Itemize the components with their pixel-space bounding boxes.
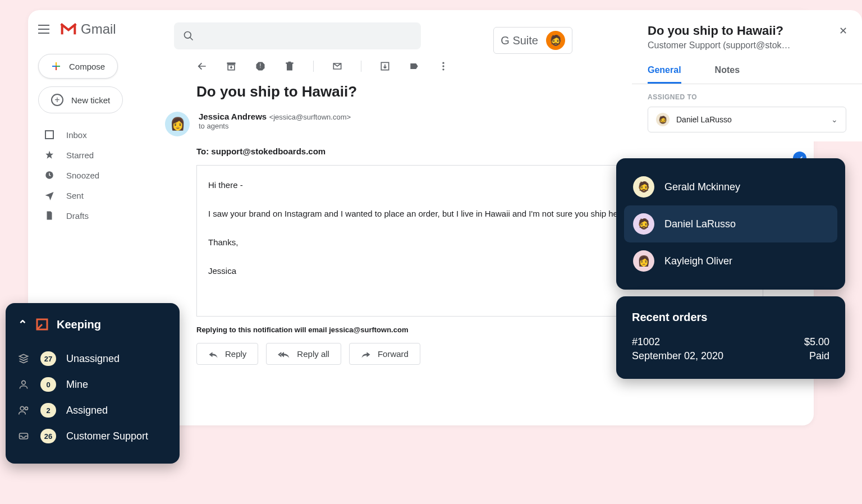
sender-avatar: 👩	[165, 112, 190, 136]
svg-point-15	[442, 68, 444, 70]
count-badge: 27	[40, 351, 56, 366]
assignee-option-selected[interactable]: 🧔 Daniel LaRusso	[624, 205, 837, 242]
order-date: September 02, 2020	[632, 350, 723, 362]
user-icon	[18, 379, 30, 390]
nav-inbox[interactable]: Inbox	[38, 125, 174, 145]
count-badge: 0	[40, 377, 56, 392]
markread-icon[interactable]	[332, 61, 343, 72]
gmail-m-icon	[59, 22, 77, 36]
count-badge: 2	[40, 403, 56, 418]
file-icon	[44, 210, 55, 221]
svg-point-18	[20, 406, 24, 410]
sidebar-label: Unassigned	[66, 353, 120, 365]
to-agents: to agents	[199, 122, 351, 130]
nav-label: Inbox	[66, 130, 87, 140]
orders-title: Recent orders	[632, 311, 829, 324]
user-avatar[interactable]: 🧔	[546, 31, 565, 50]
nav-starred[interactable]: Starred	[38, 145, 174, 165]
back-icon[interactable]	[196, 61, 208, 72]
nav-drafts[interactable]: Drafts	[38, 205, 174, 226]
gmail-logo-text: Gmail	[81, 21, 116, 37]
svg-rect-9	[227, 62, 236, 64]
forward-button[interactable]: Forward	[349, 343, 420, 365]
more-icon[interactable]	[438, 61, 449, 72]
reply-icon	[208, 350, 218, 358]
stack-icon	[18, 353, 30, 364]
plus-icon	[51, 61, 61, 71]
nav-label: Sent	[66, 191, 84, 200]
sidebar-item-customer-support[interactable]: 26 Customer Support	[18, 423, 167, 449]
tab-general[interactable]: General	[648, 65, 681, 84]
recent-orders-card: Recent orders #1002 $5.00 September 02, …	[616, 296, 845, 379]
forward-label: Forward	[378, 349, 409, 359]
nav-label: Snoozed	[66, 171, 99, 180]
svg-line-8	[190, 38, 193, 40]
compose-label: Compose	[69, 62, 105, 71]
inbox-icon	[44, 129, 55, 140]
assignee-name: Gerald Mckinney	[664, 181, 740, 193]
chevron-down-icon: ⌄	[831, 115, 838, 124]
sender-name: Jessica Andrews	[199, 112, 267, 121]
moveto-icon[interactable]	[379, 61, 391, 72]
assignee-option[interactable]: 🧔 Gerald Mckinney	[624, 168, 837, 205]
search-icon	[183, 30, 194, 42]
archive-icon[interactable]	[226, 61, 237, 72]
users-icon	[18, 405, 30, 416]
reply-all-icon	[278, 350, 290, 358]
nav-snoozed[interactable]: Snoozed	[38, 165, 174, 185]
order-id: #1002	[632, 336, 660, 348]
svg-point-17	[22, 381, 26, 384]
to-line: To: support@stokedboards.com	[196, 146, 763, 156]
nav-label: Drafts	[66, 211, 89, 221]
close-icon[interactable]: ✕	[839, 25, 847, 37]
panel-subtitle: Customer Support (support@stok…	[648, 40, 846, 51]
star-icon	[44, 149, 55, 161]
label-icon[interactable]	[409, 61, 420, 72]
assignee-option[interactable]: 👩 Kayleigh Oliver	[624, 242, 837, 280]
sender-email: <jessica@surftown.com>	[269, 113, 351, 121]
assigned-to-label: ASSIGNED TO	[648, 93, 846, 101]
assignee-name: Daniel LaRusso	[664, 218, 736, 230]
chevron-up-icon[interactable]: ⌃	[18, 318, 27, 331]
keeping-sidebar: ⌃ Keeping 27 Unassigned 0 Mine 2 Assigne…	[6, 303, 180, 464]
gsuite-badge[interactable]: G Suite 🧔	[493, 27, 572, 54]
reply-all-label: Reply all	[297, 349, 329, 359]
gsuite-label: G Suite	[501, 34, 538, 47]
keeping-title: Keeping	[57, 318, 101, 331]
sidebar-item-assigned[interactable]: 2 Assigned	[18, 397, 167, 423]
tab-notes[interactable]: Notes	[715, 65, 740, 84]
delete-icon[interactable]	[284, 61, 295, 72]
reply-all-button[interactable]: Reply all	[266, 343, 341, 365]
assigned-value: Daniel LaRusso	[676, 115, 732, 124]
count-badge: 26	[40, 429, 56, 443]
menu-icon[interactable]	[38, 25, 49, 34]
assignee-popup: 🧔 Gerald Mckinney 🧔 Daniel LaRusso 👩 Kay…	[616, 158, 845, 290]
spam-icon[interactable]: !	[255, 61, 266, 72]
svg-point-14	[442, 65, 444, 67]
order-status: Paid	[809, 350, 829, 362]
circle-plus-icon: +	[51, 94, 63, 106]
assignee-avatar-icon: 🧔	[656, 113, 670, 126]
assigned-dropdown[interactable]: 🧔 Daniel LaRusso ⌄	[648, 107, 846, 132]
avatar-icon: 🧔	[633, 176, 654, 198]
sidebar-label: Mine	[66, 379, 88, 391]
sidebar-item-unassigned[interactable]: 27 Unassigned	[18, 346, 167, 372]
clock-icon	[44, 169, 55, 181]
svg-point-7	[185, 32, 191, 39]
svg-point-19	[25, 407, 28, 410]
sidebar-item-mine[interactable]: 0 Mine	[18, 372, 167, 397]
new-ticket-button[interactable]: + New ticket	[38, 86, 123, 113]
sidebar-label: Assigned	[66, 405, 108, 416]
reply-button[interactable]: Reply	[196, 343, 258, 365]
search-input[interactable]	[174, 22, 421, 49]
avatar-icon: 🧔	[633, 213, 654, 235]
send-icon	[44, 190, 55, 201]
assignee-name: Kayleigh Oliver	[664, 255, 732, 267]
compose-button[interactable]: Compose	[38, 54, 118, 79]
keeping-logo-icon	[35, 318, 49, 331]
keeping-panel: ✕ Do you ship to Hawaii? Customer Suppor…	[632, 10, 862, 141]
new-ticket-label: New ticket	[71, 95, 110, 105]
svg-text:!: !	[260, 63, 262, 69]
forward-icon	[361, 350, 371, 358]
nav-sent[interactable]: Sent	[38, 185, 174, 205]
